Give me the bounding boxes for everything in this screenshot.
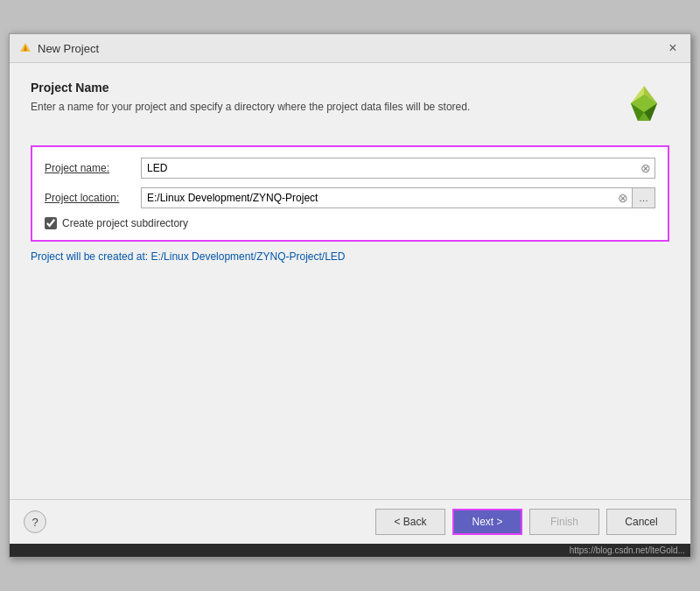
footer-right: < Back Next > Finish Cancel [375, 509, 676, 535]
project-name-row: Project name: ⊗ [45, 158, 655, 179]
project-name-input[interactable] [142, 158, 637, 178]
dialog-title: New Project [38, 42, 99, 55]
vivado-logo [619, 81, 669, 131]
footer-left: ? [24, 510, 46, 533]
project-location-input-wrapper: ⊗ [141, 187, 633, 208]
url-bar: https://blog.csdn.net/lteGold... [10, 544, 690, 557]
project-location-row: Project location: ⊗ … [45, 187, 655, 208]
title-bar: New Project × [10, 34, 690, 63]
finish-button: Finish [529, 509, 599, 535]
create-subdir-checkbox[interactable] [45, 217, 57, 229]
close-button[interactable]: × [664, 39, 682, 57]
browse-button[interactable]: … [633, 187, 655, 208]
project-name-clear-button[interactable]: ⊗ [637, 159, 654, 177]
next-button[interactable]: Next > [452, 509, 522, 535]
section-title: Project Name [31, 81, 470, 95]
create-subdir-row: Create project subdirectory [45, 217, 655, 229]
project-location-clear-button[interactable]: ⊗ [614, 189, 632, 207]
content-area: Project Name Enter a name for your proje… [10, 63, 690, 499]
new-project-dialog: New Project × Project Name Enter a name … [9, 33, 691, 558]
project-location-input[interactable] [142, 188, 614, 208]
dialog-icon [18, 41, 32, 55]
create-subdir-label: Create project subdirectory [62, 217, 188, 229]
back-button[interactable]: < Back [375, 509, 445, 535]
project-path-info: Project will be created at: E:/Linux Dev… [31, 250, 669, 263]
url-text: https://blog.csdn.net/lteGold... [570, 545, 685, 555]
empty-space [31, 275, 669, 485]
cancel-button[interactable]: Cancel [606, 509, 676, 535]
header-section: Project Name Enter a name for your proje… [31, 81, 669, 131]
footer: ? < Back Next > Finish Cancel [10, 499, 690, 544]
title-bar-left: New Project [18, 41, 99, 55]
project-name-input-wrapper: ⊗ [141, 158, 655, 179]
header-text: Project Name Enter a name for your proje… [31, 81, 470, 115]
form-box: Project name: ⊗ Project location: ⊗ … [31, 145, 669, 242]
section-description: Enter a name for your project and specif… [31, 100, 470, 115]
help-button[interactable]: ? [24, 510, 46, 533]
project-location-label: Project location: [45, 192, 141, 204]
project-name-label: Project name: [45, 162, 141, 174]
